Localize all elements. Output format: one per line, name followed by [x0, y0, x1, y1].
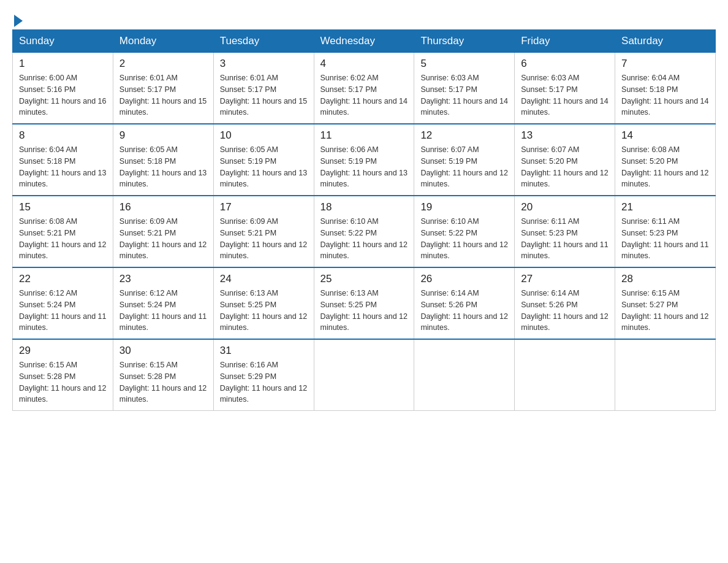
- day-number: 30: [119, 345, 207, 357]
- day-info: Sunrise: 6:15 AMSunset: 5:28 PMDaylight:…: [119, 359, 207, 405]
- calendar-cell: 9Sunrise: 6:05 AMSunset: 5:18 PMDaylight…: [113, 124, 213, 196]
- calendar-cell: 15Sunrise: 6:08 AMSunset: 5:21 PMDayligh…: [13, 196, 113, 267]
- day-number: 8: [19, 129, 107, 142]
- calendar-cell: 24Sunrise: 6:13 AMSunset: 5:25 PMDayligh…: [213, 267, 314, 339]
- weekday-header-tuesday: Tuesday: [213, 30, 314, 53]
- day-info: Sunrise: 6:06 AMSunset: 5:19 PMDaylight:…: [320, 144, 408, 190]
- calendar-cell: 21Sunrise: 6:11 AMSunset: 5:23 PMDayligh…: [615, 196, 716, 267]
- day-number: 18: [320, 201, 408, 213]
- day-info: Sunrise: 6:08 AMSunset: 5:20 PMDaylight:…: [621, 144, 709, 190]
- weekday-header-thursday: Thursday: [414, 30, 515, 53]
- day-number: 23: [119, 273, 207, 285]
- day-number: 20: [521, 201, 609, 213]
- calendar-cell: 22Sunrise: 6:12 AMSunset: 5:24 PMDayligh…: [13, 267, 113, 339]
- day-number: 22: [19, 273, 107, 285]
- day-number: 16: [119, 201, 207, 213]
- day-info: Sunrise: 6:11 AMSunset: 5:23 PMDaylight:…: [621, 216, 709, 262]
- day-number: 12: [420, 129, 508, 142]
- calendar-table: SundayMondayTuesdayWednesdayThursdayFrid…: [12, 29, 716, 411]
- weekday-header-row: SundayMondayTuesdayWednesdayThursdayFrid…: [13, 30, 716, 53]
- calendar-cell: [414, 339, 515, 411]
- day-info: Sunrise: 6:01 AMSunset: 5:17 PMDaylight:…: [220, 72, 308, 118]
- calendar-cell: 14Sunrise: 6:08 AMSunset: 5:20 PMDayligh…: [615, 124, 716, 196]
- calendar-week-row: 8Sunrise: 6:04 AMSunset: 5:18 PMDaylight…: [13, 124, 716, 196]
- weekday-header-friday: Friday: [515, 30, 615, 53]
- day-info: Sunrise: 6:04 AMSunset: 5:18 PMDaylight:…: [621, 72, 709, 118]
- day-number: 9: [119, 129, 207, 142]
- calendar-cell: 17Sunrise: 6:09 AMSunset: 5:21 PMDayligh…: [213, 196, 314, 267]
- calendar-cell: 18Sunrise: 6:10 AMSunset: 5:22 PMDayligh…: [314, 196, 414, 267]
- day-info: Sunrise: 6:12 AMSunset: 5:24 PMDaylight:…: [19, 288, 107, 334]
- page-header: [12, 12, 716, 23]
- weekday-header-saturday: Saturday: [615, 30, 716, 53]
- day-info: Sunrise: 6:13 AMSunset: 5:25 PMDaylight:…: [220, 288, 308, 334]
- calendar-cell: 28Sunrise: 6:15 AMSunset: 5:27 PMDayligh…: [615, 267, 716, 339]
- calendar-cell: 16Sunrise: 6:09 AMSunset: 5:21 PMDayligh…: [113, 196, 213, 267]
- calendar-cell: 19Sunrise: 6:10 AMSunset: 5:22 PMDayligh…: [414, 196, 515, 267]
- day-info: Sunrise: 6:14 AMSunset: 5:26 PMDaylight:…: [420, 288, 508, 334]
- day-number: 17: [220, 201, 308, 213]
- day-info: Sunrise: 6:04 AMSunset: 5:18 PMDaylight:…: [19, 144, 107, 190]
- calendar-cell: 30Sunrise: 6:15 AMSunset: 5:28 PMDayligh…: [113, 339, 213, 411]
- day-number: 10: [220, 129, 308, 142]
- day-number: 25: [320, 273, 408, 285]
- day-info: Sunrise: 6:10 AMSunset: 5:22 PMDaylight:…: [320, 216, 408, 262]
- day-number: 13: [521, 129, 609, 142]
- day-number: 14: [621, 129, 709, 142]
- calendar-cell: 20Sunrise: 6:11 AMSunset: 5:23 PMDayligh…: [515, 196, 615, 267]
- calendar-cell: 4Sunrise: 6:02 AMSunset: 5:17 PMDaylight…: [314, 53, 414, 124]
- day-info: Sunrise: 6:14 AMSunset: 5:26 PMDaylight:…: [521, 288, 609, 334]
- calendar-cell: 31Sunrise: 6:16 AMSunset: 5:29 PMDayligh…: [213, 339, 314, 411]
- calendar-cell: [515, 339, 615, 411]
- day-info: Sunrise: 6:03 AMSunset: 5:17 PMDaylight:…: [521, 72, 609, 118]
- day-number: 26: [420, 273, 508, 285]
- day-number: 6: [521, 58, 609, 70]
- calendar-week-row: 1Sunrise: 6:00 AMSunset: 5:16 PMDaylight…: [13, 53, 716, 124]
- calendar-cell: 29Sunrise: 6:15 AMSunset: 5:28 PMDayligh…: [13, 339, 113, 411]
- logo: [12, 12, 23, 23]
- calendar-cell: 27Sunrise: 6:14 AMSunset: 5:26 PMDayligh…: [515, 267, 615, 339]
- calendar-cell: 1Sunrise: 6:00 AMSunset: 5:16 PMDaylight…: [13, 53, 113, 124]
- day-info: Sunrise: 6:16 AMSunset: 5:29 PMDaylight:…: [220, 359, 308, 405]
- day-number: 31: [220, 345, 308, 357]
- calendar-week-row: 22Sunrise: 6:12 AMSunset: 5:24 PMDayligh…: [13, 267, 716, 339]
- calendar-cell: 10Sunrise: 6:05 AMSunset: 5:19 PMDayligh…: [213, 124, 314, 196]
- day-info: Sunrise: 6:07 AMSunset: 5:19 PMDaylight:…: [420, 144, 508, 190]
- logo-arrow-icon: [14, 15, 23, 27]
- calendar-cell: [615, 339, 716, 411]
- calendar-cell: 3Sunrise: 6:01 AMSunset: 5:17 PMDaylight…: [213, 53, 314, 124]
- calendar-cell: 7Sunrise: 6:04 AMSunset: 5:18 PMDaylight…: [615, 53, 716, 124]
- day-info: Sunrise: 6:11 AMSunset: 5:23 PMDaylight:…: [521, 216, 609, 262]
- day-number: 15: [19, 201, 107, 213]
- calendar-cell: [314, 339, 414, 411]
- day-number: 11: [320, 129, 408, 142]
- day-number: 28: [621, 273, 709, 285]
- day-info: Sunrise: 6:05 AMSunset: 5:19 PMDaylight:…: [220, 144, 308, 190]
- day-number: 3: [220, 58, 308, 70]
- calendar-cell: 2Sunrise: 6:01 AMSunset: 5:17 PMDaylight…: [113, 53, 213, 124]
- calendar-cell: 11Sunrise: 6:06 AMSunset: 5:19 PMDayligh…: [314, 124, 414, 196]
- day-number: 5: [420, 58, 508, 70]
- weekday-header-wednesday: Wednesday: [314, 30, 414, 53]
- day-info: Sunrise: 6:02 AMSunset: 5:17 PMDaylight:…: [320, 72, 408, 118]
- day-info: Sunrise: 6:00 AMSunset: 5:16 PMDaylight:…: [19, 72, 107, 118]
- day-number: 7: [621, 58, 709, 70]
- calendar-cell: 6Sunrise: 6:03 AMSunset: 5:17 PMDaylight…: [515, 53, 615, 124]
- day-number: 27: [521, 273, 609, 285]
- day-number: 21: [621, 201, 709, 213]
- day-number: 2: [119, 58, 207, 70]
- calendar-week-row: 15Sunrise: 6:08 AMSunset: 5:21 PMDayligh…: [13, 196, 716, 267]
- calendar-cell: 26Sunrise: 6:14 AMSunset: 5:26 PMDayligh…: [414, 267, 515, 339]
- day-info: Sunrise: 6:07 AMSunset: 5:20 PMDaylight:…: [521, 144, 609, 190]
- day-info: Sunrise: 6:01 AMSunset: 5:17 PMDaylight:…: [119, 72, 207, 118]
- day-number: 1: [19, 58, 107, 70]
- day-number: 19: [420, 201, 508, 213]
- day-number: 24: [220, 273, 308, 285]
- day-number: 29: [19, 345, 107, 357]
- day-info: Sunrise: 6:15 AMSunset: 5:28 PMDaylight:…: [19, 359, 107, 405]
- day-info: Sunrise: 6:03 AMSunset: 5:17 PMDaylight:…: [420, 72, 508, 118]
- day-info: Sunrise: 6:10 AMSunset: 5:22 PMDaylight:…: [420, 216, 508, 262]
- calendar-cell: 25Sunrise: 6:13 AMSunset: 5:25 PMDayligh…: [314, 267, 414, 339]
- calendar-cell: 12Sunrise: 6:07 AMSunset: 5:19 PMDayligh…: [414, 124, 515, 196]
- day-info: Sunrise: 6:05 AMSunset: 5:18 PMDaylight:…: [119, 144, 207, 190]
